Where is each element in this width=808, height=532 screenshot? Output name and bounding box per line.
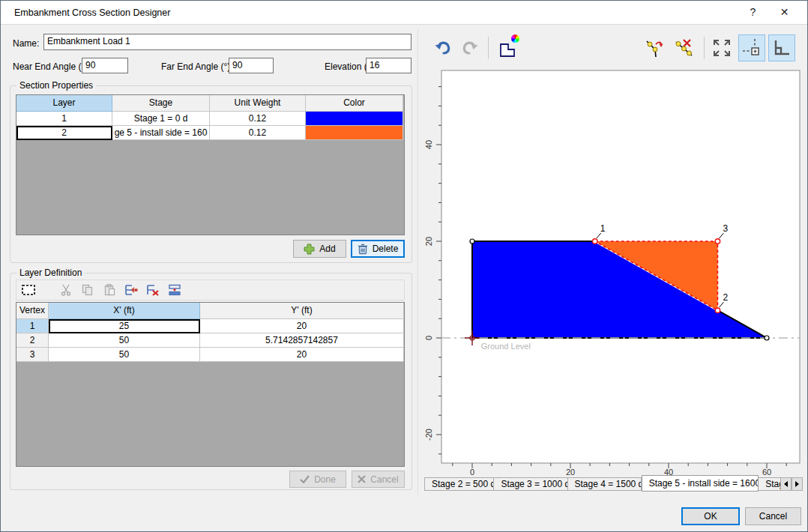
check-icon bbox=[300, 475, 310, 483]
select-region-icon[interactable] bbox=[20, 282, 37, 298]
far-end-angle-input[interactable]: 90 bbox=[229, 58, 274, 73]
svg-text:1: 1 bbox=[600, 223, 606, 234]
delete-button-label: Delete bbox=[373, 244, 399, 254]
y-cell[interactable]: 5.7142857142857 bbox=[200, 333, 404, 348]
trash-icon bbox=[358, 244, 368, 255]
cancel-button-label: Cancel bbox=[759, 511, 787, 522]
layer-cell[interactable]: 1 bbox=[16, 112, 112, 126]
undo-icon[interactable] bbox=[431, 36, 455, 60]
move-vertex-icon[interactable] bbox=[642, 36, 666, 60]
delete-button[interactable]: Delete bbox=[351, 240, 405, 258]
title-bar: Embankment Cross Section Designer ? ✕ bbox=[1, 1, 807, 25]
far-end-angle-label: Far End Angle (°): bbox=[161, 61, 233, 73]
svg-text:20: 20 bbox=[566, 468, 575, 475]
stage-cell[interactable]: Stage 1 = 0 d bbox=[112, 112, 210, 126]
tab-overflow[interactable]: Stag bbox=[759, 477, 780, 491]
cross-section-chart: 0204060-2002040Ground Level132 bbox=[423, 66, 801, 475]
section-color-icon[interactable] bbox=[495, 36, 519, 60]
tab-stage-3[interactable]: Stage 3 = 1000 d bbox=[494, 477, 567, 491]
svg-text:0: 0 bbox=[424, 336, 433, 340]
svg-text:-20: -20 bbox=[424, 429, 433, 441]
table-row: 1 25 20 bbox=[16, 319, 404, 333]
section-properties-title: Section Properties bbox=[16, 80, 96, 91]
y-cell[interactable]: 20 bbox=[200, 348, 404, 362]
cut-icon[interactable] bbox=[58, 282, 74, 298]
x-icon bbox=[358, 475, 366, 483]
stage-tab-bar: Stage 2 = 500 d Stage 3 = 1000 d Stage 4… bbox=[424, 475, 803, 493]
help-button[interactable]: ? bbox=[736, 1, 770, 24]
done-button-label: Done bbox=[314, 474, 336, 485]
copy-icon[interactable] bbox=[79, 282, 96, 298]
svg-text:20: 20 bbox=[424, 237, 433, 246]
snap-to-grid-toggle[interactable] bbox=[738, 34, 765, 61]
column-header-y[interactable]: Y' (ft) bbox=[200, 303, 404, 319]
svg-text:40: 40 bbox=[424, 140, 433, 149]
name-label: Name: bbox=[13, 37, 39, 49]
cancel-edit-button[interactable]: Cancel bbox=[352, 471, 405, 488]
table-row: 3 50 20 bbox=[16, 348, 404, 362]
close-button[interactable]: ✕ bbox=[768, 1, 801, 24]
vertex-row-header[interactable]: 1 bbox=[16, 319, 49, 333]
ok-button-label: OK bbox=[704, 511, 717, 522]
column-header-layer[interactable]: Layer bbox=[16, 95, 112, 112]
unit-weight-cell[interactable]: 0.12 bbox=[210, 112, 306, 126]
embankment-cross-section-designer-dialog: Embankment Cross Section Designer ? ✕ Na… bbox=[0, 0, 808, 532]
done-button[interactable]: Done bbox=[289, 471, 346, 488]
name-input[interactable]: Embankment Load 1 bbox=[43, 34, 411, 50]
tab-scroll-left-button[interactable] bbox=[780, 477, 792, 491]
add-button-label: Add bbox=[319, 244, 335, 254]
stage-cell[interactable]: ge 5 - install side = 160 bbox=[112, 126, 210, 140]
layer-definition-title: Layer Definition bbox=[16, 267, 85, 278]
section-properties-table: Layer Stage Unit Weight Color 1 Stage 1 … bbox=[16, 94, 405, 235]
toolbar-separator bbox=[704, 37, 705, 59]
zoom-extents-icon[interactable] bbox=[710, 36, 734, 60]
svg-text:3: 3 bbox=[723, 223, 729, 234]
color-swatch[interactable] bbox=[306, 126, 403, 140]
cancel-button[interactable]: Cancel bbox=[745, 507, 801, 525]
cross-section-view[interactable]: 0204060-2002040Ground Level132 bbox=[423, 66, 801, 475]
table-header-row: Layer Stage Unit Weight Color bbox=[16, 95, 404, 112]
dialog-title: Embankment Cross Section Designer bbox=[14, 1, 170, 25]
delete-vertex-icon[interactable] bbox=[672, 36, 696, 60]
delete-row-icon[interactable] bbox=[145, 282, 161, 298]
tab-stage-5[interactable]: Stage 5 - install side = 1600 d bbox=[642, 475, 759, 492]
y-cell[interactable]: 20 bbox=[200, 319, 404, 333]
insert-row-icon[interactable] bbox=[123, 282, 139, 298]
vertex-row-header[interactable]: 2 bbox=[16, 333, 49, 348]
paste-icon[interactable] bbox=[101, 282, 118, 298]
unit-weight-cell[interactable]: 0.12 bbox=[210, 126, 306, 140]
near-end-angle-label: Near End Angle (°): bbox=[13, 61, 91, 73]
svg-text:Ground Level: Ground Level bbox=[481, 342, 531, 351]
svg-text:2: 2 bbox=[723, 292, 729, 303]
show-axes-toggle[interactable] bbox=[768, 34, 795, 61]
add-button[interactable]: Add bbox=[293, 240, 346, 258]
x-cell[interactable]: 50 bbox=[49, 333, 200, 348]
table-header-row: Vertex X' (ft) Y' (ft) bbox=[16, 303, 404, 319]
panel-divider bbox=[417, 29, 418, 495]
append-row-icon[interactable] bbox=[166, 282, 183, 298]
ok-button[interactable]: OK bbox=[681, 507, 740, 525]
layer-cell-selected[interactable]: 2 bbox=[16, 126, 112, 140]
redo-icon[interactable] bbox=[458, 36, 482, 60]
color-wheel-icon bbox=[511, 34, 519, 43]
tab-stage-2[interactable]: Stage 2 = 500 d bbox=[424, 477, 494, 491]
column-header-unit-weight[interactable]: Unit Weight bbox=[210, 95, 306, 112]
table-row: 2 50 5.7142857142857 bbox=[16, 333, 404, 348]
column-header-x[interactable]: X' (ft) bbox=[49, 303, 200, 319]
color-swatch[interactable] bbox=[306, 112, 403, 126]
near-end-angle-input[interactable]: 90 bbox=[82, 58, 128, 73]
layer-definition-toolbar bbox=[16, 279, 405, 300]
tab-stage-4[interactable]: Stage 4 = 1500 d bbox=[568, 477, 642, 491]
x-cell[interactable]: 50 bbox=[49, 348, 200, 362]
vertex-row-header[interactable]: 3 bbox=[16, 348, 49, 362]
tab-scroll-right-button[interactable] bbox=[792, 477, 803, 491]
column-header-vertex[interactable]: Vertex bbox=[16, 303, 49, 319]
left-arrow-icon bbox=[784, 481, 788, 487]
elevation-input[interactable]: 16 bbox=[366, 58, 411, 73]
svg-text:40: 40 bbox=[664, 468, 673, 475]
table-row: 2 ge 5 - install side = 160 0.12 bbox=[16, 126, 404, 140]
column-header-stage[interactable]: Stage bbox=[112, 95, 210, 112]
x-cell-selected[interactable]: 25 bbox=[49, 319, 200, 333]
column-header-color[interactable]: Color bbox=[306, 95, 403, 112]
cancel-edit-button-label: Cancel bbox=[370, 474, 398, 485]
